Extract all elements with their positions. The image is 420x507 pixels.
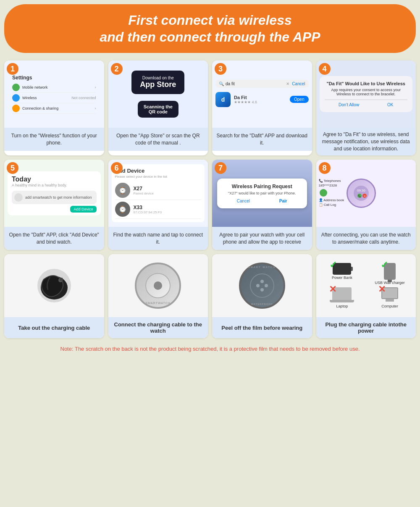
qr-line2: QR code — [149, 109, 168, 114]
laptop-x: ✕ — [329, 284, 336, 295]
settings-title: Settings — [12, 75, 96, 81]
step-card-8: 8 📞 Telephones 185****2328 👤 Address boo… — [316, 160, 416, 250]
pair-cancel-btn[interactable]: Cancel — [237, 199, 250, 203]
usb-wall-wrapper: ✓ — [384, 263, 396, 280]
power-bank-wrapper: ✓ — [333, 263, 351, 275]
step-card-3: 3 🔍 da fit ✕ Cancel d Da Fit ★★★★★ 4.6 — [212, 60, 312, 155]
step-6-text: Find the watch name and tap to connect i… — [108, 227, 208, 250]
dont-allow-btn[interactable]: Don't Allow — [339, 102, 359, 107]
search-bar: 🔍 da fit ✕ Cancel — [215, 80, 309, 88]
step-number-8: 8 — [319, 162, 331, 174]
watch-screen: 09:30 📞 ✕ — [346, 179, 376, 208]
device-row-1: ⌚ X27 Paired device — [115, 181, 202, 200]
search-term: da fit — [226, 81, 286, 86]
steps-row-1: 1 Settings Mobile network › Wireless Not… — [4, 60, 416, 155]
charging-grid: Take out the charging cable SMARTWATCH C… — [4, 254, 416, 338]
dialog-title: "Da Fit" Would Like to Use Wireless — [325, 81, 408, 86]
monitor-base — [386, 299, 394, 302]
answer-icon — [320, 189, 327, 197]
phone-row-2: 185****2328 — [319, 184, 344, 187]
charge-text-3: Peel off the film before wearing — [212, 317, 312, 338]
settings-label-1: Mobile network — [22, 85, 94, 89]
watch-icon-small — [14, 193, 23, 202]
ok-btn[interactable]: OK — [387, 102, 393, 107]
appstore-main: App Store — [140, 80, 176, 89]
computer-x: ✕ — [378, 284, 386, 295]
step-7-image: Wireless Pairing Request "X27" would lik… — [212, 160, 312, 227]
steps-row-2: 5 Today A healthy mind in a healthy body… — [4, 160, 416, 250]
device-row-2: ⌚ X33 97:CD:97:94:25:F0 — [115, 200, 202, 219]
charge-text-1: Take out the charging cable — [4, 317, 104, 338]
phone-row-3: 👤 Address book — [319, 198, 344, 202]
search-mock: 🔍 da fit ✕ Cancel d Da Fit ★★★★★ 4.6 Ope… — [215, 80, 309, 109]
step-8-image: 📞 Telephones 185****2328 👤 Address book … — [316, 160, 416, 227]
note-text: Note: The scratch on the back is not the… — [60, 346, 360, 352]
adddev-title: Add Device — [115, 168, 202, 174]
step-2-text: Open the "App Store" or scan the QR code… — [108, 128, 208, 151]
add-device-btn[interactable]: Add Device — [70, 206, 96, 213]
dafit-sub: A healthy mind in a healthy body. — [12, 183, 97, 187]
device-sub-1: Paired device — [134, 192, 154, 195]
open-btn[interactable]: Open — [290, 96, 308, 103]
charge-card-1: Take out the charging cable — [4, 254, 104, 338]
computer-wrapper: ✕ — [381, 287, 398, 302]
pair-pair-btn[interactable]: Pair — [279, 199, 287, 203]
svg-text:09:30: 09:30 — [357, 189, 366, 192]
step-3-image: 🔍 da fit ✕ Cancel d Da Fit ★★★★★ 4.6 Ope… — [212, 60, 312, 128]
device-sub-2: 97:CD:97:94:25:F0 — [134, 210, 162, 214]
watch-back-center — [154, 281, 162, 290]
add-watch-row: add smartwatch to get more information — [12, 191, 97, 204]
power-text: Plug the charging cable intothe power — [316, 317, 416, 338]
power-bank-check: ✓ — [329, 260, 337, 271]
qr-button: Scanning the QR code — [138, 101, 178, 118]
settings-dot-3 — [12, 105, 20, 112]
step-number-6: 6 — [111, 162, 123, 174]
step7-background: Wireless Pairing Request "X27" would lik… — [212, 160, 312, 227]
charge-image-1 — [4, 254, 104, 317]
settings-row-2: Wireless Not connected — [12, 93, 96, 103]
note-section: Note: The scratch on the back is not the… — [4, 342, 416, 356]
power-image: ✓ Power Bank ✓ USB Wall charger — [316, 254, 416, 317]
step-5-image: Today A healthy mind in a healthy body. … — [4, 160, 104, 227]
charge-image-2: SMARTWATCH — [108, 254, 208, 317]
dafit-mock: Today A healthy mind in a healthy body. … — [8, 171, 101, 215]
settings-row-1: Mobile network › — [12, 82, 96, 93]
search-cancel: Cancel — [292, 81, 305, 86]
header-title-line1: First connect via wireless — [128, 13, 292, 28]
appstore-button: Download on the App Store — [131, 71, 184, 94]
settings-val-1: › — [94, 85, 96, 89]
phone-row-4: 📋 Call Log — [319, 203, 344, 207]
step-7-text: Agree to pair your watch with your cell … — [212, 227, 312, 250]
step-3-text: Search for the "Dafit" APP and download … — [212, 128, 312, 151]
device-info-1: X27 Paired device — [134, 186, 154, 195]
settings-row-3: Connection & sharing › — [12, 103, 96, 114]
watch-text-around: SMARTWATCH — [146, 302, 171, 305]
settings-val-3: › — [94, 106, 96, 110]
step-4-text: Agree to "Da Fit" to use wireless, send … — [316, 128, 416, 155]
laptop-label: Laptop — [336, 304, 348, 308]
step-4-image: "Da Fit" Would Like to Use Wireless App … — [316, 60, 416, 128]
header-title: First connect via wireless and then conn… — [17, 12, 403, 45]
svg-text:📞: 📞 — [358, 194, 362, 198]
watch-face-svg: 09:30 📞 ✕ — [353, 185, 370, 202]
charge-text-2: Connect the charging cable to the watch — [108, 317, 208, 338]
step-card-5: 5 Today A healthy mind in a healthy body… — [4, 160, 104, 250]
app-info: Da Fit ★★★★★ 4.6 — [234, 95, 290, 104]
usb-check: ✓ — [381, 260, 388, 271]
settings-val-2: Not connected — [71, 96, 96, 100]
add-device-wrapper: Add Device — [12, 207, 97, 211]
film-watch-display: SMART WATCH WATERPROOF — [239, 263, 285, 309]
device-name-1: X27 — [134, 186, 154, 192]
step-number-3: 3 — [215, 63, 226, 75]
laptop-item: ✕ Laptop — [320, 287, 365, 308]
charge-card-3: SMART WATCH WATERPROOF Peel off the film… — [212, 254, 312, 338]
step-number-4: 4 — [319, 63, 331, 75]
power-grid: ✓ Power Bank ✓ USB Wall charger — [320, 263, 413, 308]
computer-item: ✕ Computer — [367, 287, 412, 308]
step-card-7: 7 Wireless Pairing Request "X27" would l… — [212, 160, 312, 250]
smartwatch-label: SMART WATCH — [248, 266, 276, 268]
appstore-top: Download on the — [140, 76, 176, 80]
step-8-text: After connecting, you can use the watch … — [316, 227, 416, 250]
settings-dot-1 — [12, 84, 20, 91]
adddev-mock: Add Device Please select your device in … — [112, 164, 205, 222]
